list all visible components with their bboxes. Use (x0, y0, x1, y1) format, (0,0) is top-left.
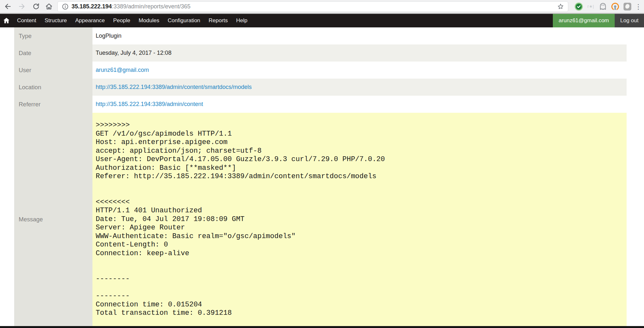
user-link[interactable]: arunz61@gmail.com (96, 67, 149, 73)
vpn-extension-icon[interactable] (611, 2, 620, 11)
field-value-message: >>>>>>>> GET /v1/o/gsc/apimodels HTTP/1.… (92, 113, 627, 326)
menu-item-people[interactable]: People (109, 14, 134, 27)
menu-item-appearance[interactable]: Appearance (71, 14, 109, 27)
admin-home-button[interactable] (0, 14, 13, 27)
bottom-edge-bar (0, 326, 644, 328)
field-label-referrer: Referrer (14, 96, 92, 113)
field-value-date: Tuesday, July 4, 2017 - 12:08 (92, 44, 627, 62)
home-button[interactable] (45, 3, 53, 10)
back-button[interactable] (4, 3, 12, 10)
browser-chrome: 35.185.222.194:3389/admin/reports/event/… (0, 0, 644, 14)
menu-item-configuration[interactable]: Configuration (163, 14, 204, 27)
page-info-icon[interactable] (62, 4, 68, 10)
menu-item-structure[interactable]: Structure (41, 14, 71, 27)
url-host: 35.185.222.194 (72, 3, 112, 10)
date-value: Tuesday, July 4, 2017 - 12:08 (96, 50, 171, 56)
field-label-date: Date (14, 44, 92, 62)
menu-item-help[interactable]: Help (232, 14, 252, 27)
field-label-location: Location (14, 79, 92, 96)
field-label-message: Message (14, 113, 92, 326)
url-text: 35.185.222.194:3389/admin/reports/event/… (72, 3, 557, 10)
logout-button[interactable]: Log out (615, 14, 644, 27)
address-bar[interactable]: 35.185.222.194:3389/admin/reports/event/… (57, 1, 568, 12)
house-icon (3, 17, 10, 24)
green-check-extension-icon[interactable] (574, 2, 583, 11)
account-button[interactable]: arunz61@gmail.com (553, 14, 615, 27)
browser-menu-button[interactable]: ⋮ (635, 3, 639, 10)
gray-tile-extension-icon[interactable] (623, 2, 632, 11)
field-value-type: LogPlugin (92, 27, 627, 44)
menu-item-content[interactable]: Content (13, 14, 41, 27)
ghost-extension-icon[interactable] (599, 2, 607, 11)
forward-button[interactable] (18, 3, 26, 10)
referrer-link[interactable]: http://35.185.222.194:3389/admin/content (96, 101, 203, 108)
admin-toolbar: Content Structure Appearance People Modu… (0, 14, 644, 27)
menu-item-modules[interactable]: Modules (134, 14, 163, 27)
refresh-icon (32, 3, 40, 10)
bookmark-star-button[interactable] (557, 3, 564, 10)
field-label-user: User (14, 62, 92, 79)
star-icon (557, 3, 564, 10)
field-value-referrer: http://35.185.222.194:3389/admin/content (92, 96, 627, 113)
field-label-type: Type (14, 27, 92, 44)
message-log-pre: >>>>>>>> GET /v1/o/gsc/apimodels HTTP/1.… (92, 113, 388, 318)
disabled-extension-icon[interactable]: r★| (587, 2, 595, 11)
field-value-user: arunz61@gmail.com (92, 62, 627, 79)
refresh-button[interactable] (32, 3, 40, 10)
event-report-table: Type LogPlugin Date Tuesday, July 4, 201… (14, 27, 627, 326)
menu-item-reports[interactable]: Reports (205, 14, 232, 27)
back-arrow-icon (4, 3, 12, 10)
home-icon (45, 3, 53, 10)
field-value-location: http://35.185.222.194:3389/admin/content… (92, 79, 627, 96)
url-path: :3389/admin/reports/event/365 (112, 3, 190, 10)
extensions-area: r★| ⋮ (571, 2, 644, 11)
toolbar-spacer (252, 14, 553, 27)
type-value: LogPlugin (96, 33, 121, 39)
forward-arrow-icon (18, 3, 26, 10)
location-link[interactable]: http://35.185.222.194:3389/admin/content… (96, 84, 252, 91)
